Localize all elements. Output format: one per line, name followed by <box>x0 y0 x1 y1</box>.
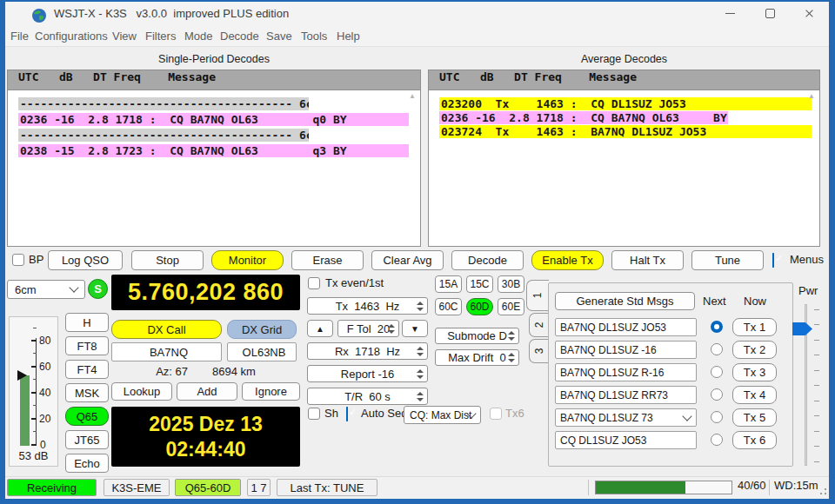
tx6-now-button[interactable]: Tx 6 <box>732 431 777 449</box>
tx2-message-field[interactable]: BA7NQ DL1SUZ -16 <box>555 341 697 359</box>
tx1-next-radio[interactable] <box>711 321 723 333</box>
cq-mode-select[interactable]: CQ: Max Dist <box>404 406 481 424</box>
spinner-icon[interactable] <box>388 321 395 336</box>
maximize-button[interactable] <box>750 2 790 24</box>
tx2-next-radio[interactable] <box>711 343 723 355</box>
menu-file[interactable]: File <box>10 30 29 43</box>
mode-ft8-button[interactable]: FT8 <box>65 336 109 355</box>
decode-button[interactable]: Decode <box>451 250 524 270</box>
menu-mode[interactable]: Mode <box>184 30 213 43</box>
tx3-message-field[interactable]: BA7NQ DL1SUZ R-16 <box>555 363 697 381</box>
spinner-icon[interactable] <box>417 343 424 359</box>
decode-row[interactable]: 0238 -15 2.8 1723 : CQ BA7NQ OL63 q3 BY <box>18 144 420 157</box>
freq-down-button[interactable]: ▼ <box>402 320 428 337</box>
decode-row[interactable]: ----------------------------------------… <box>18 129 420 142</box>
decode-row[interactable]: 023200 Tx 1463 : CQ DL1SUZ JO53 <box>439 97 819 110</box>
mode-q65-button[interactable]: Q65 <box>65 407 109 426</box>
close-button[interactable] <box>790 2 829 24</box>
ignore-button[interactable]: Ignore <box>242 382 300 401</box>
dx-call-button[interactable]: DX Call <box>111 320 222 339</box>
menu-view[interactable]: View <box>112 30 137 43</box>
scrollbar-up-icon[interactable]: ▲ <box>409 92 416 100</box>
band-select[interactable]: 6cm <box>7 280 85 299</box>
tx1-message-field[interactable]: BA7NQ DL1SUZ JO53 <box>555 318 697 336</box>
minimize-button[interactable] <box>710 2 750 24</box>
scrollbar-up-icon[interactable]: ▲ <box>808 92 815 100</box>
dx-grid-button[interactable]: DX Grid <box>227 320 297 339</box>
spinner-icon[interactable] <box>417 388 424 404</box>
mode-ft4-button[interactable]: FT4 <box>65 360 109 379</box>
rx-freq-spinbox[interactable]: Rx 1718 Hz <box>307 342 428 360</box>
dx-grid-input[interactable]: OL63NB <box>227 342 297 361</box>
tx-freq-spinbox[interactable]: Tx 1463 Hz <box>307 297 428 315</box>
tx6-message-field[interactable]: CQ DL1SUZ JO53 <box>555 431 697 449</box>
tx5-now-button[interactable]: Tx 5 <box>732 408 777 427</box>
monitor-button[interactable]: Monitor <box>211 250 284 270</box>
tx-even-checkbox[interactable] <box>308 277 320 289</box>
tx4-now-button[interactable]: Tx 4 <box>732 386 777 404</box>
spinner-icon[interactable] <box>417 298 424 314</box>
tx3-next-radio[interactable] <box>711 366 723 378</box>
mode-h-button[interactable]: H <box>65 313 109 332</box>
tx6-next-radio[interactable] <box>711 434 723 446</box>
menu-filters[interactable]: Filters <box>145 30 176 43</box>
tx1-now-button[interactable]: Tx 1 <box>732 318 777 336</box>
menu-tools[interactable]: Tools <box>301 30 327 43</box>
halt-tx-button[interactable]: Halt Tx <box>611 250 684 270</box>
tx2-now-button[interactable]: Tx 2 <box>732 341 777 359</box>
decode-row[interactable]: 023724 Tx 1463 : BA7NQ DL1SUZ JO53 <box>439 125 819 138</box>
period-60d-button[interactable]: 60D <box>466 298 493 315</box>
tx3-now-button[interactable]: Tx 3 <box>732 363 777 381</box>
menu-decode[interactable]: Decode <box>220 30 259 43</box>
menu-configurations[interactable]: Configurations <box>35 30 108 43</box>
tx5-next-radio[interactable] <box>711 411 723 423</box>
mode-jt65-button[interactable]: JT65 <box>65 430 109 449</box>
pwr-slider-handle[interactable] <box>792 322 812 335</box>
add-button[interactable]: Add <box>177 382 237 401</box>
mode-msk-button[interactable]: MSK <box>65 383 109 402</box>
auto-seq-checkbox[interactable] <box>346 407 348 421</box>
decode-row[interactable]: 0236 -16 2.8 1718 : CQ BA7NQ OL63 BY <box>439 111 819 124</box>
resize-grip[interactable] <box>825 493 826 494</box>
lookup-button[interactable]: Lookup <box>111 382 172 401</box>
mode-echo-button[interactable]: Echo <box>65 454 109 473</box>
report-spinbox[interactable]: Report -16 <box>307 365 428 382</box>
ftol-spinbox[interactable]: F Tol 20 <box>337 320 399 337</box>
tab-3[interactable]: 3 <box>529 339 549 363</box>
period-15c-button[interactable]: 15C <box>466 275 493 293</box>
period-30b-button[interactable]: 30B <box>498 275 524 293</box>
freq-up-button[interactable]: ▲ <box>307 320 333 337</box>
submode-spinbox[interactable]: Submode D <box>435 328 519 344</box>
tx5-message-combo[interactable]: BA7NQ DL1SUZ 73 <box>555 408 697 427</box>
bp-checkbox[interactable] <box>12 254 24 266</box>
split-operation-button[interactable]: S <box>88 279 108 299</box>
generate-std-msgs-button[interactable]: Generate Std Msgs <box>555 292 695 310</box>
enable-tx-button[interactable]: Enable Tx <box>531 250 604 270</box>
decode-row[interactable]: 0236 -16 2.8 1718 : CQ BA7NQ OL63 q0 BY <box>18 113 420 126</box>
maximize-icon <box>765 9 775 18</box>
tune-button[interactable]: Tune <box>691 250 764 270</box>
sh-checkbox[interactable] <box>308 408 320 420</box>
decode-row[interactable]: ----------------------------------------… <box>18 97 420 110</box>
period-15a-button[interactable]: 15A <box>435 275 462 293</box>
tab-1[interactable]: 1 <box>526 280 549 311</box>
tab-2[interactable]: 2 <box>529 313 549 337</box>
tx6-checkbox[interactable] <box>490 408 502 420</box>
erase-button[interactable]: Erase <box>291 250 364 270</box>
spinner-icon[interactable] <box>508 350 515 365</box>
spinner-icon[interactable] <box>417 366 424 381</box>
period-60c-button[interactable]: 60C <box>435 298 462 315</box>
clear-avg-button[interactable]: Clear Avg <box>371 250 444 270</box>
menu-help[interactable]: Help <box>337 30 360 43</box>
tx4-next-radio[interactable] <box>711 388 723 401</box>
tx4-message-field[interactable]: BA7NQ DL1SUZ RR73 <box>555 386 697 404</box>
max-drift-spinbox[interactable]: Max Drift 0 <box>435 349 519 366</box>
period-60e-button[interactable]: 60E <box>498 298 524 315</box>
tr-period-spinbox[interactable]: T/R 60 s <box>307 388 428 405</box>
menu-save[interactable]: Save <box>266 30 292 43</box>
stop-button[interactable]: Stop <box>131 250 204 270</box>
spinner-icon[interactable] <box>508 328 515 343</box>
log-qso-button[interactable]: Log QSO <box>48 250 123 270</box>
dx-call-input[interactable]: BA7NQ <box>111 342 222 361</box>
menus-checkbox[interactable] <box>772 253 774 268</box>
